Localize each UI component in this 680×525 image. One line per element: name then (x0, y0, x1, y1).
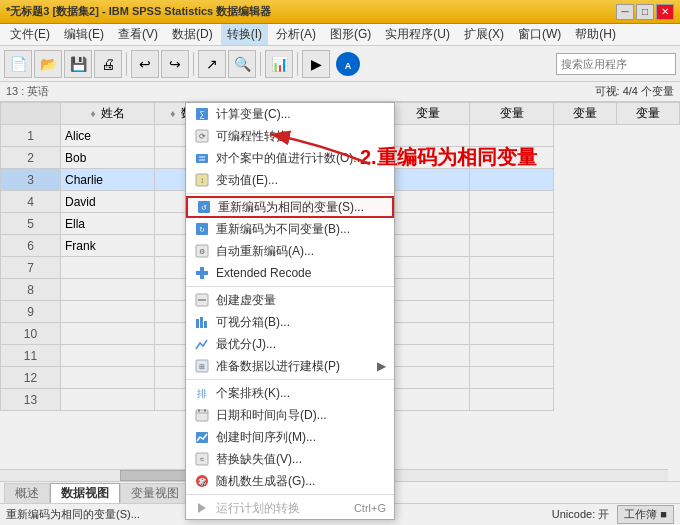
svg-rect-29 (198, 409, 200, 412)
empty-cell[interactable] (386, 367, 470, 389)
save-button[interactable]: 💾 (64, 50, 92, 78)
name-cell[interactable] (61, 345, 155, 367)
redo-button[interactable]: ↪ (161, 50, 189, 78)
menu-count-values[interactable]: 对个案中的值进行计数(O)... (186, 147, 394, 169)
name-cell[interactable]: David (61, 191, 155, 213)
empty-cell[interactable] (470, 367, 554, 389)
search-input[interactable] (556, 53, 676, 75)
name-cell[interactable]: Charlie (61, 169, 155, 191)
col-header-var3[interactable]: 变量 (470, 103, 554, 125)
menu-help[interactable]: 帮助(H) (569, 24, 622, 45)
empty-cell[interactable] (470, 213, 554, 235)
menu-replace-missing[interactable]: ≈ 替换缺失值(V)... (186, 448, 394, 470)
name-cell[interactable] (61, 301, 155, 323)
empty-cell[interactable] (470, 257, 554, 279)
undo-button[interactable]: ↩ (131, 50, 159, 78)
menu-view[interactable]: 查看(V) (112, 24, 164, 45)
menu-date-wizard[interactable]: 日期和时间向导(D)... (186, 404, 394, 426)
empty-cell[interactable] (470, 301, 554, 323)
menu-transform[interactable]: 转换(I) (221, 24, 268, 45)
empty-cell[interactable] (386, 323, 470, 345)
empty-cell[interactable] (470, 191, 554, 213)
name-cell[interactable]: Bob (61, 147, 155, 169)
name-cell[interactable] (61, 257, 155, 279)
open-button[interactable]: 📂 (34, 50, 62, 78)
run-button[interactable]: ▶ (302, 50, 330, 78)
empty-cell[interactable] (386, 301, 470, 323)
empty-cell[interactable] (470, 125, 554, 147)
menu-extensions[interactable]: 扩展(X) (458, 24, 510, 45)
name-cell[interactable]: Frank (61, 235, 155, 257)
menu-run-planned[interactable]: 运行计划的转换 Ctrl+G (186, 497, 394, 519)
name-cell[interactable] (61, 279, 155, 301)
col-header-var4[interactable]: 变量 (554, 103, 617, 125)
menu-shift-values[interactable]: ↕ 变动值(E)... (186, 169, 394, 191)
new-file-button[interactable]: 📄 (4, 50, 32, 78)
col-header-name[interactable]: ♦ 姓名 (61, 103, 155, 125)
name-cell[interactable] (61, 389, 155, 411)
close-button[interactable]: ✕ (656, 4, 674, 20)
empty-cell[interactable] (386, 213, 470, 235)
goto-button[interactable]: ↗ (198, 50, 226, 78)
empty-cell[interactable] (470, 345, 554, 367)
empty-cell[interactable] (386, 235, 470, 257)
prog-icon: ⟳ (194, 128, 210, 144)
menu-auto-recode[interactable]: ⚙ 自动重新编码(A)... (186, 240, 394, 262)
empty-cell[interactable] (470, 323, 554, 345)
name-cell[interactable] (61, 323, 155, 345)
empty-cell[interactable] (386, 191, 470, 213)
menu-recode-diff[interactable]: ↻ 重新编码为不同变量(B)... (186, 218, 394, 240)
empty-cell[interactable] (386, 169, 470, 191)
menu-bar: 文件(E) 编辑(E) 查看(V) 数据(D) 转换(I) 分析(A) 图形(G… (0, 24, 680, 46)
empty-cell[interactable] (470, 147, 554, 169)
toolbar-separator-3 (260, 52, 261, 76)
menu-window[interactable]: 窗口(W) (512, 24, 567, 45)
col-header-var5[interactable]: 变量 (616, 103, 679, 125)
col-header-var2[interactable]: 变量 (386, 103, 470, 125)
menu-visual-bin[interactable]: 可视分箱(B)... (186, 311, 394, 333)
menu-edit[interactable]: 编辑(E) (58, 24, 110, 45)
tab-variable-view[interactable]: 变量视图 (120, 483, 190, 503)
tab-data-view[interactable]: 数据视图 (50, 483, 120, 503)
menu-recode-same[interactable]: ↺ 重新编码为相同的变量(S)... (186, 196, 394, 218)
menu-analyze[interactable]: 分析(A) (270, 24, 322, 45)
menu-graphs[interactable]: 图形(G) (324, 24, 377, 45)
name-cell[interactable]: Ella (61, 213, 155, 235)
status-text: 重新编码为相同的变量(S)... (6, 507, 140, 522)
empty-cell[interactable] (386, 279, 470, 301)
menu-programmable[interactable]: ⟳ 可编程性转换 (186, 125, 394, 147)
menu-prepare-data[interactable]: ⊞ 准备数据以进行建模(P) ▶ (186, 355, 394, 377)
minimize-button[interactable]: ─ (616, 4, 634, 20)
menu-rank-cases[interactable]: 排 个案排秩(K)... (186, 382, 394, 404)
print-button[interactable]: 🖨 (94, 50, 122, 78)
menu-utilities[interactable]: 实用程序(U) (379, 24, 456, 45)
chart-button[interactable]: 📊 (265, 50, 293, 78)
workbook-button[interactable]: 工作簿 ■ (617, 505, 674, 524)
menu-time-series[interactable]: 创建时间序列(M)... (186, 426, 394, 448)
menu-calc-variable[interactable]: ∑ 计算变量(C)... (186, 103, 394, 125)
empty-cell[interactable] (386, 147, 470, 169)
name-cell[interactable] (61, 367, 155, 389)
menu-create-dummy[interactable]: 创建虚变量 (186, 289, 394, 311)
menu-ext-recode[interactable]: Extended Recode (186, 262, 394, 284)
menu-file[interactable]: 文件(E) (4, 24, 56, 45)
visible-count: 可视: 4/4 个变量 (595, 84, 674, 99)
empty-cell[interactable] (470, 169, 554, 191)
name-cell[interactable]: Alice (61, 125, 155, 147)
menu-optimal[interactable]: 最优分(J)... (186, 333, 394, 355)
empty-cell[interactable] (470, 235, 554, 257)
empty-cell[interactable] (386, 257, 470, 279)
menu-data[interactable]: 数据(D) (166, 24, 219, 45)
empty-cell[interactable] (470, 389, 554, 411)
empty-cell[interactable] (386, 389, 470, 411)
toolbar-separator-2 (193, 52, 194, 76)
menu-random-gen[interactable]: 🎲 随机数生成器(G)... (186, 470, 394, 492)
row-number: 3 (1, 169, 61, 191)
empty-cell[interactable] (386, 125, 470, 147)
time-series-icon (194, 429, 210, 445)
find-button[interactable]: 🔍 (228, 50, 256, 78)
empty-cell[interactable] (386, 345, 470, 367)
maximize-button[interactable]: □ (636, 4, 654, 20)
empty-cell[interactable] (470, 279, 554, 301)
tab-overview[interactable]: 概述 (4, 483, 50, 503)
